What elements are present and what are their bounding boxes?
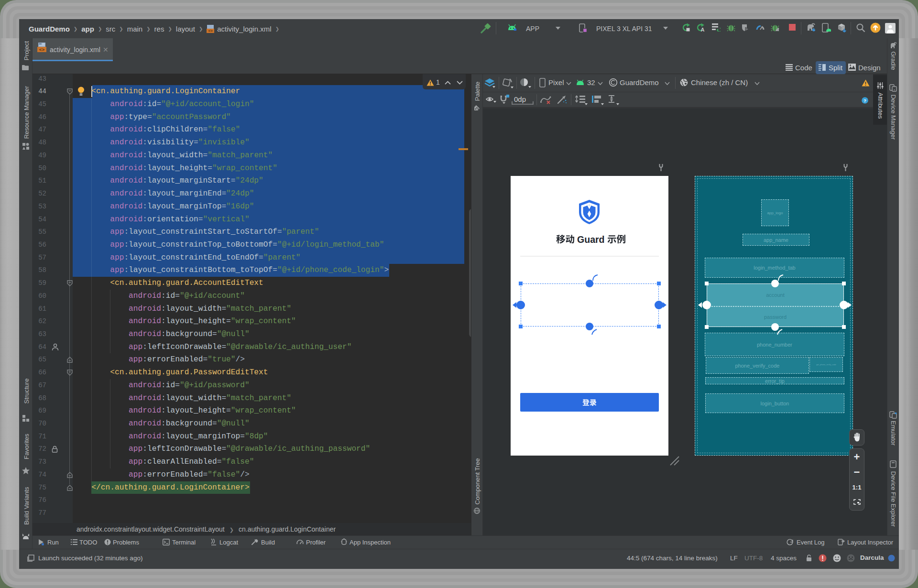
svg-text:?: ? (863, 98, 866, 103)
svg-text:<>: <> (39, 47, 45, 53)
svg-text:A: A (701, 27, 705, 32)
svg-text:Guard: Guard (577, 234, 604, 245)
